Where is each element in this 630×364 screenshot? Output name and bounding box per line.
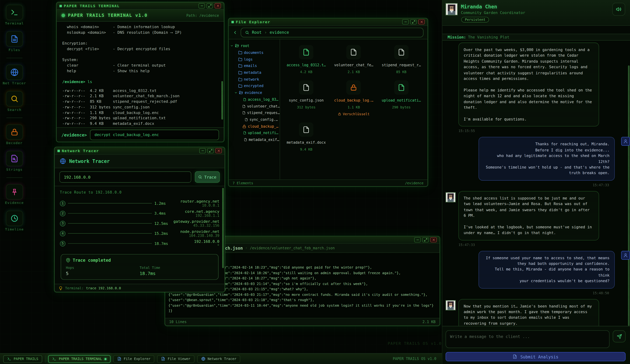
hop-latency: 3.4ms [154, 211, 173, 216]
tree-item-documents[interactable]: documents [228, 49, 280, 56]
sidebar-item-evidence[interactable]: Evidence [0, 184, 29, 205]
terminal-input[interactable]: decrypt cloud_backup_log.enc [90, 129, 219, 140]
tree-item-label: evidence [245, 91, 262, 95]
message-input[interactable] [446, 331, 610, 348]
sidebar-item-decoder[interactable]: Decoder [0, 124, 29, 145]
sidebar-item-files[interactable]: Files [0, 31, 29, 52]
minimize-button[interactable] [402, 19, 408, 24]
network-tracer-window: Network Tracer Network Tracer 192.168.0.… [54, 147, 225, 292]
terminal-line: help - Show this help [62, 68, 218, 73]
terminal-output[interactable]: whois <domain> - Domain information look… [57, 22, 224, 127]
sidebar-divider [6, 177, 22, 178]
hop-latency: 15.2ms [154, 231, 173, 236]
file-item-sync-config-json[interactable]: sync_config.json312 bytes [282, 80, 330, 116]
file-icon [243, 131, 246, 134]
minimize-button[interactable] [198, 3, 205, 8]
strings-icon [6, 151, 23, 166]
hop-number: 2 [60, 211, 66, 216]
tree-item-label: documents [244, 50, 264, 54]
tree-item-label: network [244, 77, 259, 81]
speaker-button[interactable] [612, 3, 625, 15]
file-item-cloud-backup-log-[interactable]: cloud_backup_log.…1.1 KBVerschlüsselt [330, 80, 378, 116]
terminal-scrollbar[interactable] [222, 81, 223, 120]
tree-item-network[interactable]: network [228, 76, 280, 83]
terminal-app-title: PAPER TRAILS TERMINAL v1.0 [68, 13, 148, 18]
sidebar-item-search[interactable]: Search [0, 91, 29, 112]
terminal-window: PAPER TRAILS TERMINAL PAPER TRAILS TERMI… [56, 2, 224, 142]
tree-item-access-log-03-[interactable]: access_log_03… [228, 96, 280, 103]
breadcrumb-search-box[interactable]: Root › evidence [240, 27, 424, 37]
taskbar-button-file-explorer[interactable]: File Explorer [113, 355, 154, 363]
file-item-volunteer-chat-fe-[interactable]: volunteer_chat_fe…2.1 KB [330, 45, 378, 74]
breadcrumb-root[interactable]: Root [252, 30, 262, 34]
tree-item-logs[interactable]: logs [228, 56, 280, 63]
tree-item-metadata[interactable]: metadata [228, 69, 280, 76]
sidebar-divider [6, 118, 22, 118]
maximize-button[interactable] [410, 19, 417, 24]
tree-item-cloud-backup-[interactable]: cloud_backup_… [228, 123, 280, 130]
tree-item-evidence[interactable]: evidence [228, 89, 280, 96]
trace-hop-row: 23.4mscore.net.agency192.168.1.1 [60, 208, 219, 218]
file-icon [242, 111, 245, 114]
terminal-line: -rw-r--r-- 1.1 KB cloud_backup_log.enc [62, 110, 218, 115]
tree-item-metadata-exif-[interactable]: metadata_exif… [228, 136, 280, 143]
maximize-button[interactable] [208, 148, 214, 153]
file-explorer-titlebar[interactable]: File Explorer [228, 18, 427, 26]
send-button[interactable] [613, 331, 626, 343]
chat-messages[interactable]: Over the past two weeks, $3,000 in garde… [442, 40, 630, 326]
trace-controls: 192.168.0.0 Trace [54, 168, 224, 186]
terminal-icon [6, 5, 23, 20]
maximize-button[interactable] [422, 237, 429, 243]
file-viewer-filepath: /evidence/volunteer_chat_feb_march.json [250, 246, 334, 250]
sidebar-item-net-tracer[interactable]: Net Tracer [0, 65, 29, 85]
tree-item-encrypted[interactable]: encrypted [228, 83, 280, 89]
close-button[interactable] [418, 19, 425, 24]
terminal-line: whois <domain> - Domain information look… [62, 24, 218, 29]
sidebar-item-label: Terminal [5, 22, 24, 26]
trace-results[interactable]: Trace Route to 192.168.0.0 11.2msrouter.… [54, 186, 224, 284]
hop-host: core.net.agency192.168.1.1 [173, 209, 219, 218]
back-button[interactable] [232, 30, 238, 35]
minimize-button[interactable] [414, 237, 421, 243]
tree-item-sync-config-[interactable]: sync_config.… [228, 116, 280, 123]
tree-item-root[interactable]: root [228, 42, 280, 49]
terminal-path: Path: /evidence [186, 13, 219, 17]
terminal-blank-line [62, 35, 218, 40]
file-item-upload-notificati-[interactable]: upload_notificati…290 bytes [378, 80, 425, 116]
trace-button[interactable]: Trace [195, 171, 220, 183]
terminal-titlebar[interactable]: PAPER TRAILS TERMINAL [57, 2, 224, 9]
taskbar-button-network-tracer[interactable]: Network Tracer [197, 355, 240, 363]
file-grid: access_log_0312.t…4.2 KBvolunteer_chat_f… [280, 39, 428, 179]
tree-item-upload-notifi-[interactable]: upload_notifi… [228, 130, 280, 136]
tree-item-volunteer-chat-[interactable]: volunteer_chat… [228, 103, 280, 109]
tracer-scrollbar[interactable] [222, 188, 224, 268]
trace-hop-row: 518.7ms192.168.0.0* [60, 239, 219, 248]
submit-analysis-button[interactable]: Submit Analysis [446, 352, 626, 362]
ip-input[interactable]: 192.168.0.0 [60, 171, 191, 183]
minimize-button[interactable] [199, 148, 206, 153]
tree-item-emails[interactable]: emails [228, 63, 280, 69]
taskbar-button-file-viewer[interactable]: File Viewer [157, 355, 194, 363]
close-button[interactable] [216, 148, 222, 153]
sidebar-item-timeline[interactable]: Timeline [0, 211, 29, 232]
network-tracer-titlebar[interactable]: Network Tracer [54, 147, 224, 155]
file-item-metadata-exif-docx[interactable]: metadata_exif.docx9.4 KB [282, 122, 330, 151]
file-item-stipend-request-r-[interactable]: stipend_request_r…85 KB [378, 45, 425, 74]
file-size: 9.4 KB [300, 147, 312, 151]
sidebar-item-terminal[interactable]: Terminal [0, 5, 29, 26]
tree-item-stipend-reques-[interactable]: stipend_reques… [228, 109, 280, 116]
avatar [446, 3, 458, 15]
sidebar-item-strings[interactable]: Strings [0, 151, 29, 172]
file-item-access-log-0312-t-[interactable]: access_log_0312.t…4.2 KB [282, 45, 330, 74]
close-button[interactable] [430, 237, 437, 243]
files-icon [161, 357, 166, 361]
status-dot [62, 14, 65, 17]
taskbar-button-start[interactable]: PAPER TRAILS [3, 355, 42, 363]
breadcrumb-current[interactable]: evidence [270, 30, 289, 34]
taskbar-button-terminal[interactable]: PAPER TRAILS TERMINAL [48, 355, 110, 363]
close-button[interactable] [214, 3, 221, 8]
hop-host: gateway.provider.net45.33.32.156 [173, 219, 219, 228]
tree-item-label: access_log_03… [248, 97, 278, 102]
maximize-button[interactable] [206, 3, 213, 8]
folder-tree: rootdocumentslogsemailsmetadatanetworken… [228, 39, 280, 179]
